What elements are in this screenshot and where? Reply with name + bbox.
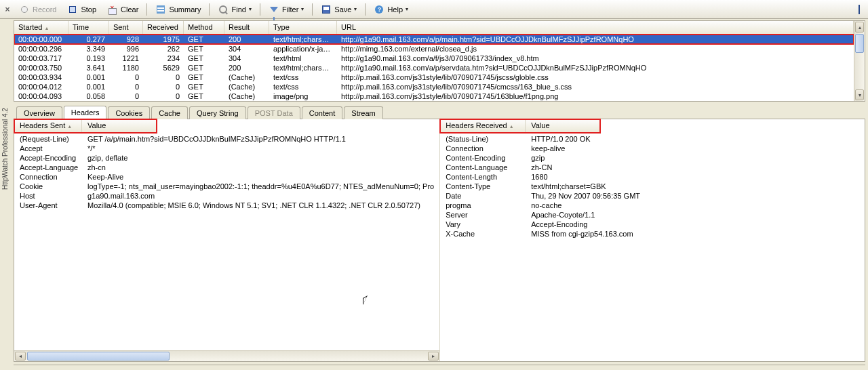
header-row[interactable]: Content-Languagezh-CN: [440, 163, 865, 172]
scroll-up-icon[interactable]: ▴: [855, 22, 864, 33]
tab-overview[interactable]: Overview: [16, 106, 62, 119]
sort-asc-icon: ▲: [44, 26, 49, 30]
chevron-down-icon: ▾: [354, 6, 357, 12]
header-row[interactable]: (Request-Line)GET /a/p/main.htm?sid=UBDC…: [14, 134, 439, 144]
vertical-scrollbar[interactable]: ▴ ▾: [854, 21, 865, 101]
record-icon: [21, 6, 28, 13]
col-sent[interactable]: Sent: [109, 21, 143, 34]
table-row[interactable]: 00:00:03.9340.00100GET(Cache)text/csshtt…: [14, 73, 854, 82]
headers-sent-panel: Headers Sent▲ Value (Request-Line)GET /a…: [14, 119, 440, 361]
chevron-down-icon: ▾: [249, 6, 252, 12]
tab-post-data[interactable]: POST Data: [248, 106, 300, 119]
headers-received-panel: Headers Received▲ Value (Status-Line)HTT…: [440, 119, 865, 361]
header-row[interactable]: Accept-Languagezh-cn: [14, 163, 439, 172]
clear-button[interactable]: Clear: [102, 2, 143, 17]
tab-cache[interactable]: Cache: [151, 106, 188, 119]
table-row[interactable]: 00:00:04.0120.00100GET(Cache)text/csshtt…: [14, 82, 854, 91]
header-row[interactable]: Hostg1a90.mail.163.com: [14, 191, 439, 201]
request-grid: Started▲ Time Sent Received Method Resul…: [14, 20, 865, 102]
chevron-down-icon: ▾: [406, 6, 408, 12]
header-row[interactable]: X-CacheMISS from cgi-gzip54.163.com: [440, 229, 865, 239]
tab-query-string[interactable]: Query String: [189, 106, 246, 119]
save-icon: [322, 5, 330, 14]
headers-received-value-col[interactable]: Value: [526, 119, 600, 132]
clear-icon: [108, 5, 117, 14]
close-icon[interactable]: ×: [3, 5, 12, 14]
detail-tabs: Overview Headers Cookies Cache Query Str…: [14, 104, 865, 119]
header-row[interactable]: Connectionkeep-alive: [440, 144, 865, 153]
col-received[interactable]: Received: [143, 21, 184, 34]
table-row[interactable]: 00:00:04.0930.05800GET(Cache)image/pnght…: [14, 91, 854, 101]
table-row[interactable]: 00:00:03.7170.1931221234GET304text/htmlh…: [14, 54, 854, 63]
find-icon: [219, 5, 227, 14]
scroll-thumb[interactable]: [27, 352, 170, 361]
save-button[interactable]: Save▾: [316, 2, 361, 17]
headers-sent-col[interactable]: Headers Sent▲: [14, 119, 82, 132]
filter-icon: [270, 7, 278, 12]
header-row[interactable]: VaryAccept-Encoding: [440, 220, 865, 229]
header-row[interactable]: (Status-Line)HTTP/1.0 200 OK: [440, 134, 865, 144]
help-icon: ?: [375, 5, 383, 14]
header-row[interactable]: User-AgentMozilla/4.0 (compatible; MSIE …: [14, 201, 439, 210]
sort-asc-icon: ▲: [509, 124, 514, 129]
stop-button[interactable]: Stop: [62, 2, 101, 17]
scroll-right-icon[interactable]: ▸: [428, 352, 439, 361]
find-button[interactable]: Find▾: [213, 2, 256, 17]
maximize-icon[interactable]: [859, 5, 860, 14]
filter-button[interactable]: Filter▾: [264, 2, 309, 17]
horizontal-scrollbar[interactable]: ◂ ▸: [14, 350, 439, 361]
header-row[interactable]: progmano-cache: [440, 201, 865, 210]
grid-header: Started▲ Time Sent Received Method Resul…: [14, 21, 854, 35]
header-row[interactable]: Content-Encodinggzip: [440, 153, 865, 163]
table-row[interactable]: 00:00:03.7503.64111805629GET200text/html…: [14, 63, 854, 73]
scroll-down-icon[interactable]: ▾: [855, 89, 864, 100]
stop-icon: [69, 6, 76, 13]
header-row[interactable]: Content-Typetext/html;charset=GBK: [440, 182, 865, 191]
headers-received-col[interactable]: Headers Received▲: [440, 119, 526, 132]
tab-cookies[interactable]: Cookies: [108, 106, 150, 119]
headers-sent-header: Headers Sent▲ Value: [14, 119, 157, 133]
col-started[interactable]: Started▲: [14, 21, 68, 34]
scroll-thumb[interactable]: [855, 34, 864, 53]
sort-asc-icon: ▲: [67, 124, 72, 129]
header-row[interactable]: Accept-Encodinggzip, deflate: [14, 153, 439, 163]
toolbar: × Record Stop Clear Summary Find▾ Filter…: [0, 0, 868, 19]
chevron-down-icon: ▾: [301, 6, 304, 12]
tab-headers[interactable]: Headers: [64, 106, 107, 119]
table-row[interactable]: 00:00:00.2963.349996262GET304application…: [14, 44, 854, 54]
header-row[interactable]: Accept*/*: [14, 144, 439, 153]
col-type[interactable]: Type: [269, 21, 337, 34]
scroll-left-icon[interactable]: ◂: [15, 352, 26, 361]
header-row[interactable]: ServerApache-Coyote/1.1: [440, 210, 865, 220]
status-strip: [14, 365, 865, 370]
header-row[interactable]: CookielogType=-1; nts_mail_user=mayingba…: [14, 182, 439, 191]
col-result[interactable]: Result: [224, 21, 269, 34]
col-time[interactable]: Time: [68, 21, 109, 34]
headers-detail: Headers Sent▲ Value (Request-Line)GET /a…: [14, 119, 865, 362]
summary-icon: [157, 5, 165, 14]
col-method[interactable]: Method: [184, 21, 224, 34]
summary-button[interactable]: Summary: [151, 2, 205, 17]
tab-content[interactable]: Content: [302, 106, 343, 119]
header-row[interactable]: DateThu, 29 Nov 2007 09:56:35 GMT: [440, 191, 865, 201]
col-url[interactable]: URL: [337, 21, 854, 34]
header-row[interactable]: ConnectionKeep-Alive: [14, 172, 439, 182]
headers-sent-value-col[interactable]: Value: [82, 119, 157, 132]
tab-stream[interactable]: Stream: [344, 106, 382, 119]
help-button[interactable]: ?Help▾: [369, 2, 413, 17]
record-button[interactable]: Record: [14, 2, 61, 17]
header-row[interactable]: Content-Length1680: [440, 172, 865, 182]
headers-received-header: Headers Received▲ Value: [440, 119, 600, 133]
app-title: HttpWatch Professional 4.2: [1, 108, 9, 190]
table-row[interactable]: 00:00:00.0000.2779281975GET200text/html;…: [14, 35, 854, 44]
